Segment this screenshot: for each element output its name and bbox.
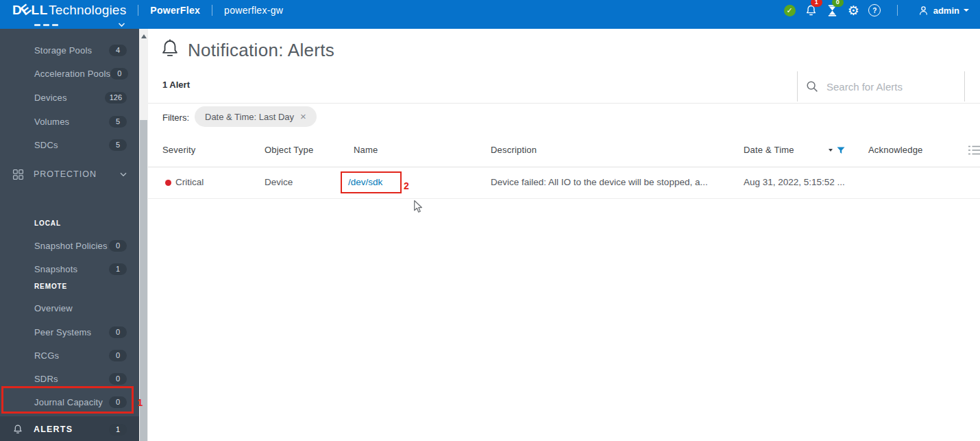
annotation-label-2: 2 <box>404 180 409 191</box>
user-name: admin <box>933 5 959 16</box>
user-menu[interactable]: admin <box>918 5 969 16</box>
table-row[interactable]: Critical Device /dev/sdk Device failed: … <box>148 167 980 199</box>
sidebar-item-devices[interactable]: Devices 126 <box>0 86 139 109</box>
clipped-sidebar-item-fragment <box>43 24 49 26</box>
column-settings-icon[interactable] <box>968 145 980 158</box>
help-icon[interactable]: ? <box>864 2 885 19</box>
critical-severity-icon <box>165 180 171 186</box>
sidebar-item-alerts[interactable]: ALERTS 1 <box>0 416 139 441</box>
sidebar-section-label: PROTECTION <box>34 169 120 179</box>
divider <box>138 5 138 16</box>
filters-label: Filters: <box>162 112 189 123</box>
cell-name-link[interactable]: /dev/sdk <box>348 167 382 198</box>
user-icon <box>918 5 929 16</box>
sidebar-item-rcgs[interactable]: RCGs 0 <box>0 344 139 367</box>
health-status-icon[interactable]: ✓ <box>779 2 800 19</box>
sidebar-item-label: RCGs <box>34 350 109 361</box>
gear-icon: ⚙ <box>848 4 859 17</box>
count-badge: 0 <box>109 396 127 408</box>
bell-icon <box>12 424 24 435</box>
chevron-down-icon <box>120 172 127 177</box>
chevron-down-icon <box>964 9 969 12</box>
count-badge: 0 <box>109 373 127 385</box>
table-header: Severity Object Type Name Description Da… <box>148 134 980 167</box>
sidebar-item-sdcs[interactable]: SDCs 5 <box>0 133 139 156</box>
sidebar-item-label: Storage Pools <box>34 45 109 56</box>
count-badge: 0 <box>110 68 128 80</box>
cell-datetime: Aug 31, 2022, 5:15:52 ... <box>744 167 845 198</box>
divider <box>897 5 898 16</box>
sidebar-subheader-remote: REMOTE <box>34 283 67 290</box>
sidebar-item-peer-systems[interactable]: Peer Systems 0 <box>0 320 139 344</box>
sidebar-item-label: Snapshot Policies <box>34 241 109 251</box>
clipped-sidebar-item-fragment <box>34 24 40 26</box>
scroll-up-icon[interactable] <box>141 34 147 38</box>
filter-chip-date-time[interactable]: Date & Time: Last Day × <box>195 106 317 127</box>
tasks-count-badge: 0 <box>832 0 844 7</box>
column-header-datetime[interactable]: Date & Time <box>744 134 794 167</box>
sidebar-item-label: SDCs <box>34 140 109 150</box>
filter-chip-label: Date & Time: Last Day <box>205 112 294 122</box>
sidebar-item-label: Journal Capacity <box>34 397 109 407</box>
count-badge: 0 <box>109 326 127 338</box>
sidebar-subheader-local: LOCAL <box>34 219 61 227</box>
scrollbar-thumb[interactable] <box>140 120 147 441</box>
column-header-description[interactable]: Description <box>491 134 537 167</box>
cell-object-type: Device <box>265 167 293 198</box>
settings-gear-icon[interactable]: ⚙ <box>843 2 864 19</box>
alert-count-label: 1 Alert <box>162 80 190 90</box>
sidebar-item-label: Peer Systems <box>34 327 109 337</box>
cell-severity: Critical <box>175 167 204 198</box>
cell-description: Device failed: All IO to the device will… <box>491 167 708 198</box>
sidebar-item-label: SDRs <box>34 374 109 384</box>
column-header-object-type[interactable]: Object Type <box>265 134 313 167</box>
clipped-badge-fragment <box>118 23 125 27</box>
alerts-search[interactable] <box>797 71 965 102</box>
sort-desc-icon[interactable] <box>829 149 833 152</box>
close-icon[interactable]: × <box>300 112 306 121</box>
annotation-label-1: 1 <box>137 396 143 408</box>
sidebar-item-acceleration-pools[interactable]: Acceleration Pools 0 <box>0 62 139 85</box>
app-window: DELL Technologies PowerFlex powerflex-gw… <box>0 0 980 441</box>
sidebar-item-label: Volumes <box>34 117 109 127</box>
sidebar-scrollbar[interactable] <box>139 29 148 441</box>
question-mark-icon: ? <box>868 4 881 16</box>
sidebar-item-label: ALERTS <box>34 425 109 434</box>
dell-technologies-logo[interactable]: DELL Technologies <box>12 3 126 18</box>
count-badge: 1 <box>109 263 127 275</box>
filter-funnel-icon[interactable] <box>837 147 845 154</box>
column-header-severity[interactable]: Severity <box>162 134 196 167</box>
notification-bell-icon <box>159 37 181 63</box>
sidebar-item-storage-pools[interactable]: Storage Pools 4 <box>0 38 139 62</box>
sidebar-item-volumes[interactable]: Volumes 5 <box>0 110 139 133</box>
sidebar-item-snapshots[interactable]: Snapshots 1 <box>0 257 139 281</box>
dell-logo-text: DELL <box>12 3 48 18</box>
running-tasks-icon[interactable]: 0 <box>822 2 843 19</box>
top-app-bar: DELL Technologies PowerFlex powerflex-gw… <box>0 0 980 29</box>
sidebar-item-journal-capacity[interactable]: Journal Capacity 0 <box>0 390 139 414</box>
sidebar-item-snapshot-policies[interactable]: Snapshot Policies 0 <box>0 234 139 257</box>
divider <box>148 103 980 104</box>
divider <box>212 5 212 16</box>
column-header-acknowledge[interactable]: Acknowledge <box>868 134 923 167</box>
breadcrumb-instance[interactable]: powerflex-gw <box>224 5 283 16</box>
dell-logo-suffix: Technologies <box>49 3 126 18</box>
count-badge: 4 <box>109 45 127 56</box>
count-badge: 5 <box>109 116 127 128</box>
sidebar-item-label: Devices <box>34 93 105 103</box>
sidebar-section-protection[interactable]: PROTECTION <box>0 163 139 186</box>
count-badge: 126 <box>105 92 127 104</box>
sidebar-item-overview[interactable]: Overview <box>0 297 139 319</box>
search-input[interactable] <box>825 80 958 93</box>
count-badge: 0 <box>109 240 127 252</box>
count-badge: 1 <box>109 424 127 436</box>
check-icon: ✓ <box>784 5 796 16</box>
column-header-name[interactable]: Name <box>354 134 378 167</box>
breadcrumb-product[interactable]: PowerFlex <box>150 5 200 16</box>
sidebar-item-sdrs[interactable]: SDRs 0 <box>0 367 139 390</box>
sidebar-item-label: Acceleration Pools <box>34 69 110 79</box>
bell-count-badge: 1 <box>811 0 822 7</box>
count-badge: 5 <box>109 139 127 151</box>
notifications-bell-icon[interactable]: 1 <box>800 2 822 19</box>
clipped-sidebar-item-fragment <box>52 24 58 26</box>
